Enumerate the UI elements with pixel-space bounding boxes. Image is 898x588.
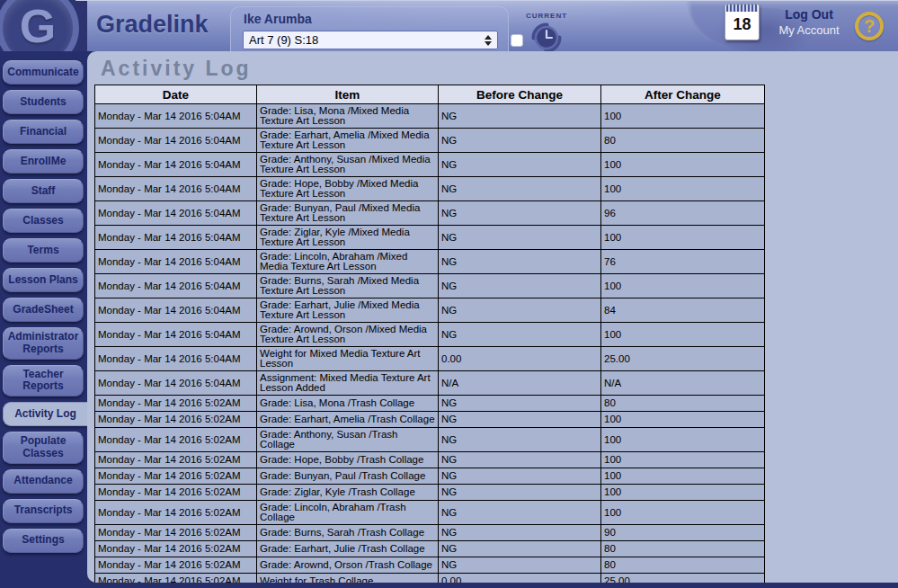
table-row: Monday - Mar 14 2016 5:02AMWeight for Tr… (95, 574, 765, 584)
sidebar-item-classes[interactable]: Classes (3, 209, 84, 233)
after-change-cell: 76 (601, 250, 765, 274)
item-cell: Grade: Earhart, Amelia /Mixed Media Text… (257, 129, 439, 153)
sidebar-item-activity-log[interactable]: Activity Log (3, 402, 87, 426)
before-change-cell: NG (439, 226, 601, 250)
table-row: Monday - Mar 14 2016 5:02AMGrade: Arownd… (95, 557, 765, 574)
table-row: Monday - Mar 14 2016 5:04AMGrade: Earhar… (95, 129, 765, 153)
table-row: Monday - Mar 14 2016 5:02AMGrade: Burns,… (95, 525, 765, 541)
table-row: Monday - Mar 14 2016 5:04AMGrade: Hope, … (95, 177, 765, 201)
activity-log-table: DateItemBefore ChangeAfter Change Monday… (94, 85, 765, 583)
after-change-cell: 100 (601, 428, 765, 452)
sidebar-item-enrollme[interactable]: EnrollMe (3, 149, 84, 174)
main-content: Activity Log DateItemBefore ChangeAfter … (87, 51, 898, 583)
date-cell: Monday - Mar 14 2016 5:02AM (95, 541, 257, 557)
column-header: Date (95, 85, 257, 104)
after-change-cell: 100 (601, 177, 765, 201)
item-cell: Grade: Earhart, Julie /Trash Collage (257, 541, 439, 557)
before-change-cell: NG (439, 153, 601, 177)
item-cell: Grade: Anthony, Susan /Trash Collage (257, 428, 439, 452)
sidebar-item-transcripts[interactable]: Transcripts (3, 499, 84, 523)
after-change-cell: 100 (601, 452, 765, 468)
date-cell: Monday - Mar 14 2016 5:02AM (95, 468, 257, 485)
item-cell: Assignment: Mixed Media Texture Art Less… (257, 371, 439, 396)
sidebar-item-attendance[interactable]: Attendance (3, 469, 84, 494)
date-cell: Monday - Mar 14 2016 5:02AM (95, 574, 257, 584)
table-row: Monday - Mar 14 2016 5:02AMGrade: Earhar… (95, 412, 765, 428)
date-cell: Monday - Mar 14 2016 5:04AM (95, 177, 257, 201)
sidebar-item-teacher-reports[interactable]: Teacher Reports (3, 365, 84, 397)
item-cell: Grade: Lincoln, Abraham /Mixed Media Tex… (257, 250, 439, 274)
sidebar-item-administrator-reports[interactable]: Administrator Reports (3, 327, 84, 360)
date-cell: Monday - Mar 14 2016 5:04AM (95, 129, 257, 153)
after-change-cell: 100 (601, 412, 765, 428)
before-change-cell: NG (439, 468, 601, 485)
sidebar: CommunicateStudentsFinancialEnrollMeStaf… (0, 51, 87, 588)
table-header-row: DateItemBefore ChangeAfter Change (95, 85, 765, 104)
after-change-cell: 100 (601, 104, 765, 129)
date-cell: Monday - Mar 14 2016 5:02AM (95, 485, 257, 501)
sidebar-item-communicate[interactable]: Communicate (3, 60, 84, 85)
user-name: Ike Arumba (244, 12, 312, 26)
item-cell: Grade: Lisa, Mona /Mixed Media Texture A… (257, 104, 439, 129)
before-change-cell: NG (439, 298, 601, 323)
table-row: Monday - Mar 14 2016 5:04AMGrade: Ziglar… (95, 226, 765, 250)
item-cell: Grade: Lisa, Mona /Trash Collage (257, 396, 439, 412)
before-change-cell: N/A (439, 371, 601, 396)
calendar-icon[interactable]: 18 (725, 4, 760, 40)
table-row: Monday - Mar 14 2016 5:04AMGrade: Arownd… (95, 323, 765, 347)
date-cell: Monday - Mar 14 2016 5:04AM (95, 226, 257, 250)
sidebar-item-populate-classes[interactable]: Populate Classes (3, 432, 84, 464)
calendar-binding-icon (726, 4, 758, 12)
current-checkbox[interactable] (511, 34, 523, 47)
before-change-cell: NG (439, 501, 601, 525)
sidebar-item-lesson-plans[interactable]: Lesson Plans (3, 268, 84, 292)
item-cell: Grade: Earhart, Julie /Mixed Media Textu… (257, 298, 439, 323)
help-button[interactable]: ? (855, 12, 884, 40)
date-cell: Monday - Mar 14 2016 5:04AM (95, 323, 257, 347)
item-cell: Grade: Hope, Bobby /Mixed Media Texture … (257, 177, 439, 201)
sidebar-item-gradesheet[interactable]: GradeSheet (3, 298, 84, 322)
my-account-link[interactable]: My Account (766, 23, 852, 37)
date-cell: Monday - Mar 14 2016 5:04AM (95, 274, 257, 298)
after-change-cell: 100 (601, 485, 765, 501)
date-cell: Monday - Mar 14 2016 5:02AM (95, 412, 257, 428)
table-row: Monday - Mar 14 2016 5:04AMGrade: Burns,… (95, 274, 765, 298)
brand-logo-block: G (0, 1, 87, 52)
date-cell: Monday - Mar 14 2016 5:02AM (95, 501, 257, 525)
item-cell: Grade: Earhart, Amelia /Trash Collage (257, 412, 439, 428)
date-cell: Monday - Mar 14 2016 5:02AM (95, 557, 257, 574)
after-change-cell: 84 (601, 298, 765, 323)
sidebar-item-terms[interactable]: Terms (3, 238, 84, 263)
before-change-cell: 0.00 (439, 347, 601, 371)
sidebar-item-students[interactable]: Students (3, 90, 84, 114)
sidebar-item-staff[interactable]: Staff (3, 179, 84, 203)
item-cell: Grade: Ziglar, Kyle /Mixed Media Texture… (257, 226, 439, 250)
sidebar-item-settings[interactable]: Settings (3, 529, 84, 553)
column-header: Item (257, 85, 439, 104)
before-change-cell: 0.00 (439, 574, 601, 584)
sidebar-item-financial[interactable]: Financial (3, 120, 84, 144)
log-out-link[interactable]: Log Out (766, 7, 852, 22)
before-change-cell: NG (439, 201, 601, 226)
after-change-cell: 80 (601, 557, 765, 574)
item-cell: Grade: Bunyan, Paul /Mixed Media Texture… (257, 201, 439, 226)
table-row: Monday - Mar 14 2016 5:02AMGrade: Lisa, … (95, 396, 765, 412)
header: G Gradelink Ike Arumba Art 7 (9) S:18 CU… (0, 0, 898, 51)
column-header: After Change (601, 85, 765, 104)
current-label: CURRENT (526, 12, 567, 20)
before-change-cell: NG (439, 428, 601, 452)
item-cell: Grade: Arownd, Orson /Mixed Media Textur… (257, 323, 439, 347)
table-row: Monday - Mar 14 2016 5:02AMGrade: Ziglar… (95, 485, 765, 501)
after-change-cell: 100 (601, 468, 765, 485)
select-stepper-icon (482, 33, 493, 48)
date-cell: Monday - Mar 14 2016 5:04AM (95, 104, 257, 129)
before-change-cell: NG (439, 396, 601, 412)
after-change-cell: 80 (601, 129, 765, 153)
after-change-cell: 100 (601, 323, 765, 347)
logo-letter: G (20, 3, 56, 49)
class-selector[interactable]: Art 7 (9) S:18 (243, 31, 498, 49)
before-change-cell: NG (439, 485, 601, 501)
table-row: Monday - Mar 14 2016 5:04AMGrade: Lincol… (95, 250, 765, 274)
item-cell: Grade: Burns, Sarah /Mixed Media Texture… (257, 274, 439, 298)
after-change-cell: 96 (601, 201, 765, 226)
